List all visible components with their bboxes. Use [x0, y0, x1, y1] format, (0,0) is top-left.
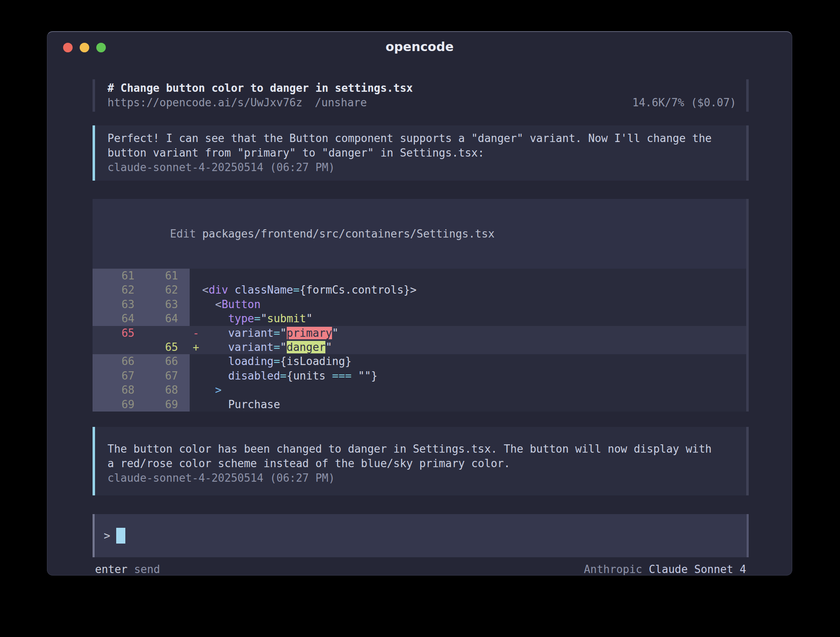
- diff-row: 6767 disabled={units === ""}: [93, 369, 746, 383]
- model-indicator: Anthropic Claude Sonnet 4: [584, 563, 746, 576]
- new-line-number: 66: [134, 354, 178, 368]
- code-line: <div className={formCs.controls}>: [202, 283, 417, 297]
- diff-row: 6161: [93, 269, 746, 283]
- message-line: button variant from "primary" to "danger…: [107, 146, 736, 160]
- main-content: # Change button color to danger in setti…: [47, 61, 792, 576]
- titlebar: opencode: [47, 32, 792, 61]
- edit-file-path: packages/frontend/src/containers/Setting…: [202, 228, 494, 240]
- send-hint: enter send: [95, 563, 160, 576]
- diff-marker: [190, 354, 202, 368]
- traffic-lights: [63, 43, 106, 52]
- diff-marker: -: [190, 326, 202, 340]
- code-line: loading={isLoading}: [202, 354, 352, 368]
- prompt-input[interactable]: >: [93, 514, 749, 557]
- code-line: Purchase: [202, 397, 280, 412]
- new-line-number: 64: [134, 311, 178, 326]
- diff-marker: [190, 311, 202, 326]
- diff-gutter: 6161: [93, 269, 190, 283]
- model-name: Claude Sonnet 4: [649, 563, 746, 576]
- old-line-number: 67: [93, 369, 134, 383]
- diff-row: 6464 type="submit": [93, 311, 746, 326]
- diff-gutter: 6969: [93, 397, 190, 412]
- old-line-number: [93, 340, 134, 354]
- old-line-number: 62: [93, 283, 134, 297]
- old-line-number: 69: [93, 397, 134, 412]
- window-title: opencode: [47, 32, 792, 62]
- minimize-button[interactable]: [80, 43, 89, 52]
- code-line: type="submit": [202, 311, 313, 326]
- diff-marker: [190, 269, 202, 283]
- session-title: # Change button color to danger in setti…: [107, 81, 736, 96]
- hint-row: enter send Anthropic Claude Sonnet 4: [93, 563, 749, 576]
- diff-row: 6262<div className={formCs.controls}>: [93, 283, 746, 297]
- new-line-number: 68: [134, 383, 178, 397]
- unshare-command[interactable]: /unshare: [315, 96, 367, 109]
- diff-gutter: 6666: [93, 354, 190, 368]
- diff-marker: +: [190, 340, 202, 354]
- zoom-button[interactable]: [96, 43, 106, 52]
- share-info: https://opencode.ai/s/UwJxv76z/unshare: [107, 96, 367, 110]
- old-line-number: 68: [93, 383, 134, 397]
- code-line: >: [202, 383, 222, 397]
- new-line-number: [134, 326, 178, 340]
- diff-marker: [190, 383, 202, 397]
- diff-marker: [190, 369, 202, 383]
- new-line-number: 65: [134, 340, 178, 354]
- new-line-number: 67: [134, 369, 178, 383]
- diff-marker: [190, 297, 202, 311]
- diff-row: 65- variant="primary": [93, 326, 746, 340]
- diff-gutter: 65: [93, 326, 190, 340]
- screen: opencode # Change button color to danger…: [0, 0, 840, 637]
- message-meta: claude-sonnet-4-20250514 (06:27 PM): [107, 160, 736, 175]
- text-cursor: [116, 528, 125, 544]
- send-key: enter: [95, 563, 127, 576]
- code-line: disabled={units === ""}: [202, 369, 378, 383]
- old-line-number: 61: [93, 269, 134, 283]
- token-stats: 14.6K/7% ($0.07): [632, 96, 736, 110]
- session-header: # Change button color to danger in setti…: [93, 79, 749, 112]
- diff-gutter: 6767: [93, 369, 190, 383]
- message-line: Perfect! I can see that the Button compo…: [107, 131, 736, 146]
- diff-gutter: 6464: [93, 311, 190, 326]
- provider-name: Anthropic: [584, 563, 642, 576]
- edit-tool-card: Editpackages/frontend/src/containers/Set…: [93, 199, 749, 412]
- diff-gutter: 6868: [93, 383, 190, 397]
- share-url[interactable]: https://opencode.ai/s/UwJxv76z: [107, 96, 303, 109]
- session-subline: https://opencode.ai/s/UwJxv76z/unshare 1…: [107, 96, 736, 110]
- diff-table: 61616262<div className={formCs.controls}…: [93, 269, 746, 412]
- old-line-number: 66: [93, 354, 134, 368]
- new-line-number: 61: [134, 269, 178, 283]
- old-line-number: 64: [93, 311, 134, 326]
- terminal-window: opencode # Change button color to danger…: [47, 31, 792, 576]
- old-line-number: 63: [93, 297, 134, 311]
- new-line-number: 69: [134, 397, 178, 412]
- send-action: send: [134, 563, 160, 576]
- new-line-number: 63: [134, 297, 178, 311]
- diff-gutter: 6363: [93, 297, 190, 311]
- prompt-symbol: >: [104, 528, 110, 544]
- assistant-message: The button color has been changed to dan…: [93, 427, 749, 495]
- code-line: <Button: [202, 297, 261, 311]
- diff-gutter: 6262: [93, 283, 190, 297]
- diff-row: 6868 >: [93, 383, 746, 397]
- new-line-number: 62: [134, 283, 178, 297]
- diff-marker: [190, 397, 202, 412]
- diff-gutter: 65: [93, 340, 190, 354]
- diff-row: 6969 Purchase: [93, 397, 746, 412]
- old-line-number: 65: [93, 326, 134, 340]
- code-line: variant="primary": [202, 326, 339, 340]
- message-meta: claude-sonnet-4-20250514 (06:27 PM): [107, 471, 736, 485]
- message-line: a red/rose color scheme instead of the b…: [107, 456, 736, 471]
- close-button[interactable]: [63, 43, 73, 52]
- diff-marker: [190, 283, 202, 297]
- diff-row: 6363 <Button: [93, 297, 746, 311]
- message-line: The button color has been changed to dan…: [107, 442, 736, 456]
- edit-tool-header: Editpackages/frontend/src/containers/Set…: [93, 199, 746, 269]
- diff-row: 6666 loading={isLoading}: [93, 354, 746, 368]
- edit-verb: Edit: [170, 228, 196, 240]
- diff-row: 65+ variant="danger": [93, 340, 746, 354]
- assistant-message: Perfect! I can see that the Button compo…: [93, 125, 749, 181]
- code-line: variant="danger": [202, 340, 332, 354]
